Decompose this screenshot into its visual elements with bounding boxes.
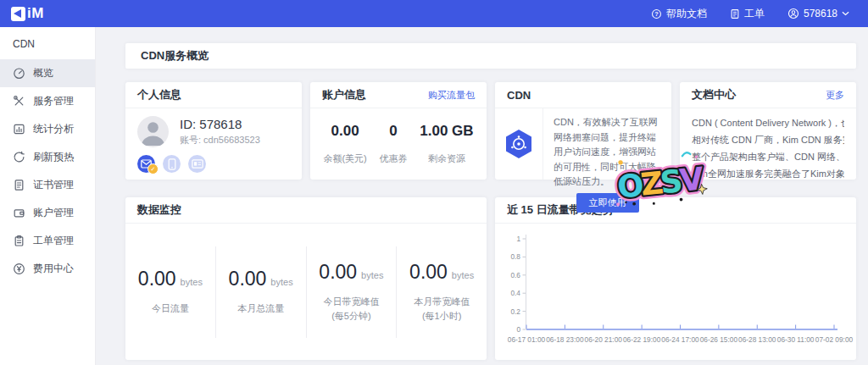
month-traffic-unit: bytes [270, 277, 292, 287]
sidebar-item-certificate[interactable]: 证书管理 [0, 171, 95, 199]
sidebar-item-refresh[interactable]: 刷新预热 [0, 143, 95, 171]
remaining-resource-label: 剩余资源 [420, 152, 473, 165]
coupon-label: 优惠券 [380, 152, 408, 165]
personal-info-title: 个人信息 [137, 87, 181, 102]
cdn-product-card: CDN CDN，有效解决了互联网网络拥塞问题，提升终端用户访问速度，增强网站的可… [495, 82, 671, 180]
user-account-value: 账号: cdn56683523 [180, 134, 260, 147]
cdn-description: CDN，有效解决了互联网网络拥塞问题，提升终端用户访问速度，增强网站的可用性，同… [554, 115, 661, 190]
cdn-icon-wrap [495, 108, 543, 180]
docs-center-title: 文档中心 [692, 87, 736, 102]
today-traffic-label: 今日流量 [152, 303, 189, 313]
doc-link-item[interactable]: Kim全网加速服务完美融合了Kim对象存储和 CDN ... [692, 165, 844, 182]
coin-icon [13, 263, 25, 275]
balance-stat: 0.00 余额(美元) [323, 123, 366, 165]
sidebar-item-service[interactable]: 服务管理 [0, 87, 95, 115]
ticket-doc-icon [730, 8, 740, 19]
month-bandwidth-peak-value: 0.00 [409, 261, 448, 283]
id-card-icon [192, 159, 203, 169]
svg-text:?: ? [654, 10, 659, 18]
svg-text:07-02 09:00: 07-02 09:00 [815, 335, 854, 344]
coupon-value: 0 [380, 123, 408, 140]
svg-text:06-17 01:00: 06-17 01:00 [508, 335, 546, 344]
ticket-label: 工单 [744, 7, 765, 21]
month-bandwidth-peak-label: 本月带宽峰值 [397, 295, 487, 309]
trend-chart-card: 近 15 日流量带宽趋势 10.80.60.40.2006-17 01:0006… [495, 197, 856, 360]
id-card-button[interactable] [188, 155, 206, 173]
svg-text:0.4: 0.4 [510, 289, 520, 297]
trend-chart-body: 10.80.60.40.2006-17 01:0006-18 23:0006-2… [495, 224, 856, 360]
today-bandwidth-peak-sub: (每5分钟) [307, 309, 397, 324]
page-title-bar: CDN服务概览 [125, 43, 856, 69]
month-bandwidth-peak-unit: bytes [452, 270, 474, 280]
sidebar-item-label: 费用中心 [33, 262, 74, 276]
svg-text:0.2: 0.2 [510, 307, 520, 316]
sidebar-item-workorder[interactable]: 工单管理 [0, 227, 95, 255]
doc-link-item[interactable]: 相对传统 CDN 厂商，Kim CDN 服务完全实现全自... [692, 131, 844, 148]
ticket-link[interactable]: 工单 [730, 7, 765, 21]
sidebar-item-account[interactable]: 账户管理 [0, 199, 95, 227]
svg-text:06-18 23:00: 06-18 23:00 [546, 335, 584, 344]
avatar [137, 116, 169, 147]
month-traffic-stat: 0.00bytes 本月总流量 [216, 268, 306, 316]
data-monitor-card: 数据监控 0.00bytes 今日流量 0.00bytes 本月总流量 0.00… [125, 197, 487, 360]
kim-logo-k-icon [11, 7, 25, 21]
sidebar-item-label: 工单管理 [33, 234, 74, 248]
email-verified-button[interactable]: ✓ [137, 155, 155, 173]
svg-text:06-28 13:00: 06-28 13:00 [738, 335, 776, 344]
header-right: ? 帮助文档 工单 578618 [651, 7, 868, 21]
svg-text:0.8: 0.8 [510, 252, 520, 261]
svg-text:06-26 15:00: 06-26 15:00 [700, 335, 738, 344]
refresh-icon [13, 151, 25, 163]
user-circle-icon [787, 8, 799, 19]
certificate-icon [13, 179, 25, 191]
chevron-down-icon [842, 11, 849, 16]
trend-chart-header: 近 15 日流量带宽趋势 [495, 197, 856, 224]
buy-traffic-package-link[interactable]: 购买流量包 [428, 89, 475, 102]
svg-text:0.6: 0.6 [510, 271, 520, 279]
docs-center-card: 文档中心 更多 CDN ( Content Delivery Network )… [680, 82, 856, 180]
gauge-icon [13, 67, 25, 80]
cdn-card-title: CDN [507, 89, 531, 102]
cdn-card-header: CDN [495, 82, 671, 108]
remaining-resource-value: 1.00 GB [420, 123, 473, 140]
data-monitor-title: 数据监控 [137, 202, 181, 218]
kim-logo[interactable]: iM [0, 5, 44, 22]
docs-center-header: 文档中心 更多 [680, 82, 856, 108]
sidebar-item-label: 刷新预热 [33, 150, 74, 164]
help-docs-link[interactable]: ? 帮助文档 [651, 7, 707, 21]
tools-icon [13, 95, 25, 108]
today-bandwidth-peak-value: 0.00 [319, 261, 357, 283]
sidebar-item-billing[interactable]: 费用中心 [0, 255, 95, 283]
bar-chart-icon [13, 123, 25, 135]
help-docs-label: 帮助文档 [666, 7, 707, 21]
use-now-button[interactable]: 立即使用 [576, 193, 639, 213]
svg-text:1: 1 [516, 235, 520, 243]
cards-row-1: 个人信息 ID: 578618 账号: cdn56683523 ✓ [125, 82, 856, 180]
clipboard-icon [13, 235, 25, 247]
svg-text:06-30 11:00: 06-30 11:00 [777, 335, 815, 344]
today-traffic-unit: bytes [181, 277, 203, 287]
doc-link-item[interactable]: 整个产品架构由客户端、CDN 网络、企业源站、... [692, 148, 844, 165]
cdn-hexagon-icon [504, 128, 534, 160]
today-bandwidth-peak-unit: bytes [361, 270, 383, 280]
top-header: iM ? 帮助文档 工单 578618 [0, 0, 868, 27]
month-bandwidth-peak-stat: 0.00bytes 本月带宽峰值(每1小时) [397, 261, 487, 323]
remaining-resource-stat: 1.00 GB 剩余资源 [420, 123, 473, 165]
coupon-stat: 0 优惠券 [380, 123, 408, 165]
sidebar-item-label: 服务管理 [33, 94, 74, 108]
docs-more-link[interactable]: 更多 [826, 89, 844, 102]
phone-bind-button[interactable] [163, 155, 181, 173]
sidebar-item-overview[interactable]: 概览 [0, 59, 95, 87]
account-info-body: 0.00 余额(美元) 0 优惠券 1.00 GB 剩余资源 [310, 108, 487, 180]
sidebar-item-label: 证书管理 [33, 178, 74, 192]
trend-line-chart[interactable]: 10.80.60.40.2006-17 01:0006-18 23:0006-2… [498, 228, 854, 355]
sidebar-section-title: CDN [0, 27, 95, 59]
kim-logo-text: iM [27, 5, 44, 22]
doc-link-item[interactable]: CDN ( Content Delivery Network )，也即内容分发.… [692, 114, 844, 131]
sidebar-item-statistics[interactable]: 统计分析 [0, 115, 95, 143]
phone-icon [168, 158, 176, 170]
user-menu[interactable]: 578618 [787, 8, 849, 19]
cdn-card-body: CDN，有效解决了互联网网络拥塞问题，提升终端用户访问速度，增强网站的可用性，同… [495, 108, 671, 180]
verified-badge-icon: ✓ [147, 163, 159, 174]
help-circle-icon: ? [651, 8, 662, 19]
